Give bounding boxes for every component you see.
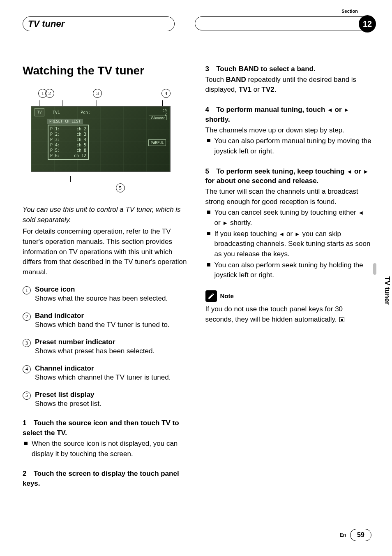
step1-num: 1 (23, 418, 32, 428)
def-desc: Shows what preset has been selected. (35, 346, 189, 356)
header-section-pill: Section 12 (195, 16, 371, 30)
tv-pwrful: PWRFUL (148, 139, 166, 146)
step1-heading: 1 Touch the source icon and then touch T… (23, 418, 189, 438)
tv-preset-row: P 5:ch 8 (50, 148, 86, 153)
left-column: Watching the TV tuner 1 2 3 4 TV TV1 (23, 64, 189, 489)
tv-preset-list-label: PRESET CH LIST (47, 119, 83, 124)
def-title: Preset number indicator (35, 338, 189, 346)
intro-italic: You can use this unit to control a TV tu… (23, 205, 189, 225)
tv-pch: Pch: (81, 110, 90, 115)
def-title: Band indicator (35, 312, 189, 320)
tv-topbar: TV TV1 Pch: ch 2 Pioneer (31, 107, 170, 117)
header-title-pill: TV tuner (23, 16, 175, 31)
def-desc: Shows which channel the TV tuner is tune… (35, 373, 189, 382)
tv-preset-row: P 3:ch 4 (50, 137, 86, 142)
bullet-icon (24, 442, 28, 445)
bullet-icon (207, 263, 210, 266)
step1-bullet: When the source icon is not displayed, y… (23, 439, 189, 459)
bullet-icon (207, 211, 210, 214)
def-desc: Shows what the source has been selected. (35, 294, 189, 303)
step4-text-post: shortly. (205, 116, 230, 123)
note-pencil-icon (205, 290, 217, 302)
def-item-5: 5 Preset list display Shows the preset l… (23, 391, 189, 409)
callout-2: 2 (45, 89, 54, 98)
def-item-4: 4 Channel indicator Shows which channel … (23, 364, 189, 382)
note-text: If you do not use the touch panel keys f… (205, 304, 372, 324)
main-heading: Watching the TV tuner (23, 64, 189, 77)
page-number: 59 (350, 529, 371, 541)
footer-lang: En (340, 532, 346, 538)
tv-channel: ch 2 (162, 108, 167, 116)
side-tab: TV tuner (382, 273, 392, 308)
screenshot-wrap: 1 2 3 4 TV TV1 Pch: ch 2 (31, 89, 175, 192)
step5-bullet3: You can also perform seek tuning by hold… (205, 260, 372, 280)
def-desc: Shows which band the TV tuner is tuned t… (35, 320, 189, 330)
step4-text-pre: To perform manual tuning, touch (216, 106, 327, 114)
triangle-left-icon: ◄ (327, 107, 333, 113)
step2-heading: 2 Touch the screen to display the touch … (23, 469, 189, 489)
tv-preset-row: P 2:ch 3 (50, 132, 86, 137)
callout-5: 5 (116, 183, 125, 192)
step3-heading: 3 Touch BAND to select a band. (205, 64, 372, 74)
content-columns: Watching the TV tuner 1 2 3 4 TV TV1 (23, 64, 371, 489)
step2-text: Touch the screen to display the touch pa… (23, 470, 179, 487)
step4-body: The channels move up or down step by ste… (205, 125, 372, 136)
triangle-right-icon: ► (363, 168, 369, 175)
step5-bullet1: You can cancel seek tuning by touching e… (205, 208, 372, 228)
tv-band: TV1 (53, 110, 60, 115)
step5-num: 5 (205, 167, 214, 176)
def-num: 5 (23, 392, 31, 400)
step1-bullet-text: When the source icon is not displayed, y… (32, 439, 189, 459)
bullet-icon (207, 139, 210, 142)
tv-screen: TV TV1 Pch: ch 2 Pioneer PRESET CH LIST … (31, 106, 171, 172)
def-num: 2 (23, 313, 31, 321)
step5-bullet3-text: You can also perform seek tuning by hold… (214, 260, 372, 280)
step4-bullet-text: You can also perform manual tuning by mo… (214, 136, 372, 156)
note-label: Note (220, 292, 234, 299)
def-num: 3 (23, 339, 31, 347)
tv-preset-row: P 1:ch 2 (50, 126, 86, 132)
page-header: TV tuner Section 12 (23, 16, 371, 31)
intro-body: For details concerning operation, refer … (23, 227, 189, 277)
def-num: 4 (23, 365, 31, 373)
triangle-left-icon: ◄ (346, 168, 352, 175)
triangle-left-icon: ◄ (279, 231, 284, 237)
step4-bullet: You can also perform manual tuning by mo… (205, 136, 372, 156)
callout-3: 3 (93, 89, 102, 98)
footer: En 59 (340, 529, 371, 541)
def-item-1: 1 Source icon Shows what the source has … (23, 285, 189, 303)
header-title: TV tuner (28, 19, 65, 29)
tv-preset-row: P 4:ch 5 (50, 142, 86, 148)
section-label: Section (341, 9, 358, 14)
tv-ch-label: ch (162, 108, 167, 112)
step5-heading: 5 To perform seek tuning, keep touching … (205, 167, 372, 186)
note-row: Note (205, 290, 372, 302)
bullet-icon (207, 232, 210, 235)
triangle-left-icon: ◄ (358, 209, 364, 216)
step5-text-pre: To perform seek tuning, keep touching (216, 167, 346, 175)
section-number-badge: 12 (359, 15, 376, 32)
def-title: Source icon (35, 285, 189, 294)
end-mark-icon (339, 317, 344, 322)
right-column: 3 Touch BAND to select a band. Touch BAN… (205, 64, 372, 489)
step5-bullet2: If you keep touching ◄ or ► you can skip… (205, 229, 372, 259)
side-tab-bar (373, 263, 376, 275)
step2-num: 2 (23, 469, 32, 479)
tv-preset-row: P 6:ch 12 (50, 153, 86, 158)
def-item-3: 3 Preset number indicator Shows what pre… (23, 338, 189, 356)
tv-preset-list: P 1:ch 2 P 2:ch 3 P 3:ch 4 P 4:ch 5 P 5:… (48, 125, 89, 160)
def-desc: Shows the preset list. (35, 399, 189, 409)
tv-source-icon: TV (35, 108, 44, 116)
step4-num: 4 (205, 105, 214, 115)
triangle-right-icon: ► (344, 107, 349, 113)
step4-heading: 4 To perform manual tuning, touch ◄ or ►… (205, 105, 372, 125)
callout-row-top: 1 2 3 4 (31, 89, 175, 98)
triangle-right-icon: ► (295, 231, 300, 237)
def-item-2: 2 Band indicator Shows which band the TV… (23, 312, 189, 330)
callout-bottom: 5 (31, 176, 175, 192)
callout-4: 4 (161, 89, 171, 98)
step5-body: The tuner will scan the channels until a… (205, 187, 372, 207)
def-num: 1 (23, 286, 31, 294)
step3-body: Touch BAND repeatedly until the desired … (205, 75, 372, 95)
step1-text: Touch the source icon and then touch TV … (23, 419, 179, 437)
